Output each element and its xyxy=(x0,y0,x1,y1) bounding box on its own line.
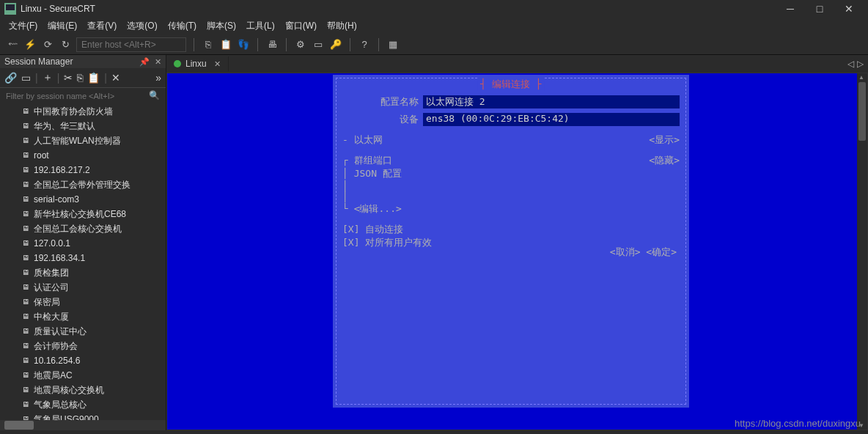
quick-connect-icon[interactable]: ⚡ xyxy=(23,39,37,50)
ok-button[interactable]: <确定> xyxy=(646,246,677,257)
menu-tools[interactable]: 工具(L) xyxy=(246,20,275,32)
new-folder-icon[interactable]: ▭ xyxy=(21,72,31,84)
group-port-label: 群组端口 xyxy=(354,155,392,166)
tabbar: Linxu ✕ ◁ ▷ xyxy=(166,55,868,73)
paste2-icon[interactable]: 📋 xyxy=(87,72,100,84)
menu-view[interactable]: 查看(V) xyxy=(87,20,117,32)
session-filter-row: 🔍 xyxy=(0,88,166,104)
session-item[interactable]: 192.168.217.2 xyxy=(0,163,166,177)
close-button[interactable]: ✕ xyxy=(834,3,864,15)
session-item[interactable]: serial-com3 xyxy=(0,192,166,207)
session-item[interactable]: 地震局AC xyxy=(0,368,166,383)
cut-icon[interactable]: ✂ xyxy=(64,72,73,84)
separator xyxy=(378,38,379,51)
main-area: Linxu ✕ ◁ ▷ ┤ 编辑连接 ├ 配置名称 以太网连接 2 设备 e xyxy=(166,55,868,430)
session-list[interactable]: 中国教育协会防火墙华为、华三默认人工智能WLAN控制器root192.168.2… xyxy=(0,104,166,420)
find-icon[interactable]: 👣 xyxy=(237,39,250,50)
delete-icon[interactable]: ✕ xyxy=(111,72,120,84)
session-item[interactable]: 华为、华三默认 xyxy=(0,119,166,133)
settings-icon[interactable]: ⚙ xyxy=(294,39,307,50)
connect-icon[interactable]: ⬳ xyxy=(6,39,19,50)
session-item[interactable]: 人工智能WLAN控制器 xyxy=(0,133,166,148)
disconnect-icon[interactable]: ↻ xyxy=(59,39,72,50)
terminal[interactable]: ┤ 编辑连接 ├ 配置名称 以太网连接 2 设备 ens38 (00:0C:29… xyxy=(166,73,868,430)
menu-window[interactable]: 窗口(W) xyxy=(285,20,317,32)
session-item[interactable]: 气象局USG9000 xyxy=(0,412,166,420)
device-label: 设备 xyxy=(342,113,423,126)
menu-script[interactable]: 脚本(S) xyxy=(207,20,236,32)
cancel-button[interactable]: <取消> xyxy=(610,246,641,257)
close-panel-icon[interactable]: ✕ xyxy=(155,57,161,66)
dialog-title: ┤ 编辑连接 ├ xyxy=(477,78,544,91)
chevron-right-icon[interactable]: » xyxy=(155,72,161,84)
copy2-icon[interactable]: ⎘ xyxy=(77,72,83,84)
misc-icon[interactable]: ▦ xyxy=(386,39,400,50)
menu-transfer[interactable]: 传输(T) xyxy=(168,20,196,32)
tab-close-icon[interactable]: ✕ xyxy=(214,59,221,69)
menu-file[interactable]: 文件(F) xyxy=(9,20,37,32)
session-item[interactable]: 质量认证中心 xyxy=(0,324,166,339)
menu-edit[interactable]: 编辑(E) xyxy=(48,20,77,32)
titlebar: Linxu - SecureCRT ─ □ ✕ xyxy=(0,0,868,18)
session-item[interactable]: 保密局 xyxy=(0,295,166,309)
copy-icon[interactable]: ⎘ xyxy=(202,39,215,50)
tab-label: Linxu xyxy=(185,59,207,69)
session-item[interactable]: 气象局总核心 xyxy=(0,397,166,412)
session-item[interactable]: 质检集团 xyxy=(0,265,166,280)
edit-button[interactable]: <编辑...> xyxy=(354,203,402,214)
auto-connect-checkbox[interactable]: [X] 自动连接 xyxy=(342,223,680,236)
scroll-thumb[interactable] xyxy=(858,82,866,141)
session-item[interactable]: 地震局核心交换机 xyxy=(0,383,166,397)
session-item[interactable]: 192.168.34.1 xyxy=(0,251,166,265)
device-field[interactable]: ens38 (00:0C:29:EB:C5:42) xyxy=(423,113,680,126)
watermark: https://blog.csdn.net/duxingxu xyxy=(735,418,861,429)
scroll-up-icon[interactable]: ▲ xyxy=(858,74,864,81)
link-icon[interactable]: 🔗 xyxy=(4,72,17,84)
minimize-button[interactable]: ─ xyxy=(776,3,805,15)
menubar: 文件(F) 编辑(E) 查看(V) 选项(O) 传输(T) 脚本(S) 工具(L… xyxy=(0,18,868,34)
key-icon[interactable]: 🔑 xyxy=(329,39,342,50)
hide-button[interactable]: <隐藏> xyxy=(649,154,680,167)
session-item[interactable]: 中国教育协会防火墙 xyxy=(0,104,166,119)
session-item[interactable]: 127.0.0.1 xyxy=(0,236,166,251)
tab-linxu[interactable]: Linxu ✕ xyxy=(166,56,229,71)
session-item[interactable]: root xyxy=(0,148,166,163)
session-item[interactable]: 全国总工会核心交换机 xyxy=(0,221,166,236)
session-item[interactable]: 中检大厦 xyxy=(0,309,166,324)
session-manager-title: Session Manager xyxy=(4,56,73,67)
window-title: Linxu - SecureCRT xyxy=(21,4,776,14)
menu-options[interactable]: 选项(O) xyxy=(127,20,157,32)
session-item[interactable]: 认证公司 xyxy=(0,280,166,295)
session-item[interactable]: 10.16.254.6 xyxy=(0,353,166,368)
print-icon[interactable]: 🖶 xyxy=(265,39,279,50)
pin-icon[interactable]: 📌 xyxy=(139,57,150,66)
config-name-field[interactable]: 以太网连接 2 xyxy=(423,95,680,108)
ethernet-label: 以太网 xyxy=(354,134,383,145)
horizontal-scrollbar[interactable] xyxy=(0,420,166,430)
menu-help[interactable]: 帮助(H) xyxy=(327,20,357,32)
session-manager-panel: Session Manager 📌 ✕ 🔗 ▭ | ＋ | ✂ ⎘ 📋 | ✕ … xyxy=(0,55,166,430)
session-item[interactable]: 全国总工会带外管理交换 xyxy=(0,177,166,192)
host-input[interactable] xyxy=(76,37,186,52)
edit-connection-dialog: ┤ 编辑连接 ├ 配置名称 以太网连接 2 设备 ens38 (00:0C:29… xyxy=(333,75,689,408)
session-item[interactable]: 新华社核心交换机CE68 xyxy=(0,207,166,221)
add-icon[interactable]: ＋ xyxy=(43,71,53,84)
session-options-icon[interactable]: ▭ xyxy=(312,39,325,50)
search-icon[interactable]: 🔍 xyxy=(146,90,163,102)
paste-icon[interactable]: 📋 xyxy=(219,39,232,50)
separator xyxy=(257,38,258,51)
separator xyxy=(286,38,287,51)
app-icon xyxy=(4,3,16,15)
vertical-scrollbar[interactable]: ▲ ▼ xyxy=(857,73,867,430)
tab-prev-icon[interactable]: ◁ xyxy=(847,59,854,69)
separator xyxy=(350,38,350,51)
show-button[interactable]: <显示> xyxy=(649,133,680,147)
session-item[interactable]: 会计师协会 xyxy=(0,339,166,353)
separator xyxy=(194,38,194,51)
session-filter-input[interactable] xyxy=(3,90,143,102)
reconnect-icon[interactable]: ⟳ xyxy=(41,39,54,50)
svg-rect-1 xyxy=(6,4,15,10)
tab-next-icon[interactable]: ▷ xyxy=(857,59,864,69)
help-icon[interactable]: ? xyxy=(358,39,371,50)
maximize-button[interactable]: □ xyxy=(805,3,834,15)
